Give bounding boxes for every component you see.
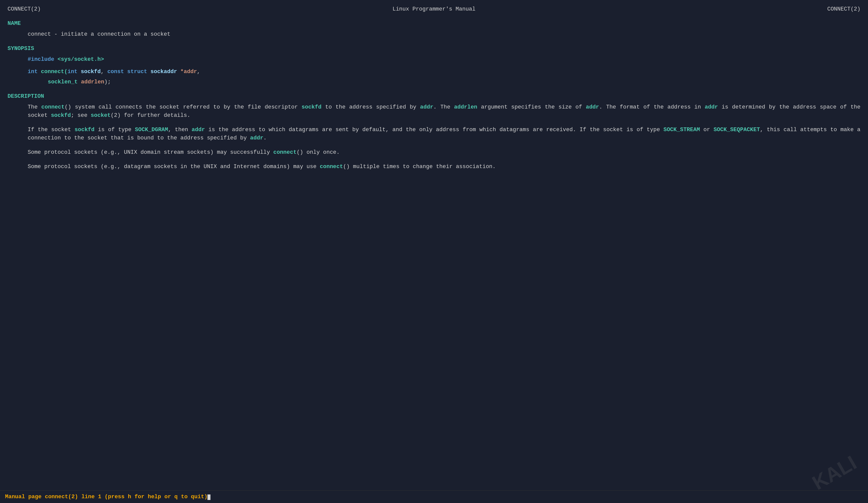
sock-stream-ref: SOCK_STREAM	[663, 127, 700, 133]
status-bar: Manual page connect(2) line 1 (press h f…	[0, 491, 868, 503]
closing-paren: );	[104, 79, 111, 85]
synopsis-sig-line2: socklen_t addrlen);	[48, 78, 860, 86]
sock-seqpacket-ref: SOCK_SEQPACKET	[714, 127, 760, 133]
connect-ref1: connect	[41, 104, 64, 110]
synopsis-section: SYNOPSIS #include <sys/socket.h> int con…	[8, 44, 860, 86]
cursor	[207, 494, 210, 500]
socket-ref1: socket	[91, 112, 111, 118]
header-right: CONNECT(2)	[827, 5, 860, 13]
param1-type: int	[68, 69, 81, 75]
connect-ref2: connect	[273, 149, 297, 156]
return-type-int: int	[28, 69, 41, 75]
addrlen-ref1: addrlen	[454, 104, 477, 110]
include-file: <sys/socket.h>	[58, 56, 104, 63]
struct-keyword: struct	[127, 69, 151, 75]
func-connect: connect(	[41, 69, 68, 75]
addrlen-param: addrlen	[81, 79, 104, 85]
name-content: connect - initiate a connection on a soc…	[28, 30, 860, 39]
addr-ref4: addr	[192, 127, 205, 133]
synopsis-heading: SYNOPSIS	[8, 44, 860, 53]
addr-ref2: addr	[586, 104, 599, 110]
synopsis-include: #include <sys/socket.h>	[28, 55, 860, 64]
header-center: Linux Programmer's Manual	[393, 5, 475, 13]
socklen-type: socklen_t	[48, 79, 81, 85]
connect-ref3: connect	[320, 164, 343, 170]
synopsis-sig-line1: int connect(int sockfd, const struct soc…	[28, 67, 860, 76]
sockfd-ref1: sockfd	[301, 104, 321, 110]
comma1: ,	[101, 69, 107, 75]
description-heading: DESCRIPTION	[8, 92, 860, 101]
manual-header: CONNECT(2) Linux Programmer's Manual CON…	[8, 5, 860, 13]
const-keyword: const	[107, 69, 127, 75]
addr-ref1: addr	[420, 104, 434, 110]
addr-ref5: addr	[250, 135, 264, 141]
sockfd-ref3: sockfd	[75, 127, 94, 133]
sockaddr-type: sockaddr	[151, 69, 180, 75]
sockfd-ref2: sockfd	[51, 112, 71, 118]
desc-para1: The connect() system call connects the s…	[28, 103, 860, 119]
name-heading: NAME	[8, 19, 860, 28]
desc-para3: Some protocol sockets (e.g., UNIX domain…	[28, 148, 860, 157]
description-section: DESCRIPTION The connect() system call co…	[8, 92, 860, 171]
status-text: Manual page connect(2) line 1 (press h f…	[5, 494, 207, 500]
sock-dgram-ref: SOCK_DGRAM	[135, 127, 168, 133]
name-section: NAME connect - initiate a connection on …	[8, 19, 860, 39]
header-left: CONNECT(2)	[8, 5, 41, 13]
desc-para2: If the socket sockfd is of type SOCK_DGR…	[28, 126, 860, 142]
addr-ref3: addr	[704, 104, 718, 110]
comma2: ,	[197, 69, 200, 75]
include-keyword: #include	[28, 56, 58, 63]
desc-para4: Some protocol sockets (e.g., datagram so…	[28, 163, 860, 171]
addr-param: *addr	[180, 69, 197, 75]
param1-name: sockfd	[81, 69, 101, 75]
